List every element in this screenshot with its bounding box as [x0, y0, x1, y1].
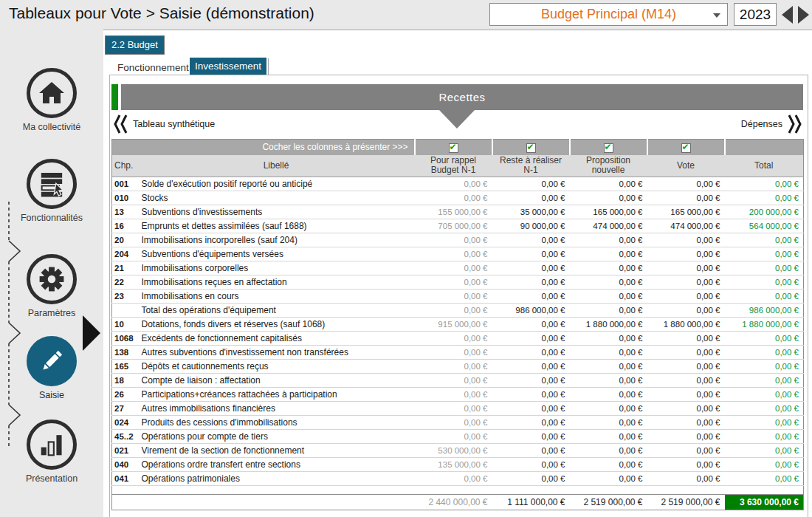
cell-proposition[interactable]: 165 000,00 €	[570, 205, 647, 219]
cell-vote[interactable]: 165 000,00 €	[647, 205, 725, 219]
cell-proposition[interactable]: 0,00 €	[570, 304, 647, 318]
cell-reste[interactable]: 0,00 €	[492, 177, 570, 191]
cell-vote[interactable]: 0,00 €	[647, 472, 725, 486]
cell-vote[interactable]: 0,00 €	[647, 388, 725, 402]
row-chp	[112, 304, 138, 318]
cell-vote[interactable]: 0,00 €	[647, 304, 725, 318]
cell-proposition[interactable]: 0,00 €	[570, 290, 647, 304]
cell-proposition[interactable]: 0,00 €	[570, 261, 647, 275]
cell-proposition[interactable]: 0,00 €	[570, 458, 647, 472]
row-libelle: Immobilisations corporelles	[138, 261, 415, 275]
cell-total: 0,00 €	[725, 233, 804, 247]
cell-vote[interactable]: 0,00 €	[647, 416, 725, 430]
cell-pour-rappel: 0,00 €	[415, 247, 492, 261]
cell-proposition[interactable]: 0,00 €	[570, 191, 647, 205]
checkbox-pour-rappel[interactable]	[449, 143, 458, 153]
cell-total: 0,00 €	[725, 374, 804, 388]
cell-proposition[interactable]: 0,00 €	[570, 247, 647, 261]
tab-2-2-budget[interactable]: 2.2 Budget	[105, 35, 165, 55]
next-year-button[interactable]	[796, 5, 812, 25]
sidebar-item-presentation[interactable]: Présentation	[0, 420, 103, 484]
nav-depenses[interactable]: Dépenses	[741, 114, 802, 134]
cell-pour-rappel: 0,00 €	[415, 374, 492, 388]
row-chp: 138	[112, 346, 138, 360]
cell-reste[interactable]: 0,00 €	[492, 444, 570, 458]
cell-vote[interactable]: 0,00 €	[647, 233, 725, 247]
cell-proposition[interactable]: 0,00 €	[570, 233, 647, 247]
row-chp: 27	[112, 402, 138, 416]
sidebar-item-ma-collectivite[interactable]: Ma collectivité	[0, 68, 103, 132]
section-banner: Recettes	[121, 84, 803, 110]
cell-reste[interactable]: 0,00 €	[492, 374, 570, 388]
cell-proposition[interactable]: 0,00 €	[570, 374, 647, 388]
cell-proposition[interactable]: 0,00 €	[570, 275, 647, 290]
cell-reste[interactable]: 0,00 €	[492, 261, 570, 275]
cell-proposition[interactable]: 0,00 €	[570, 360, 647, 374]
cell-reste[interactable]: 0,00 €	[492, 402, 570, 416]
cell-pour-rappel: 155 000,00 €	[415, 205, 492, 219]
cell-pour-rappel: 0,00 €	[415, 304, 492, 318]
previous-year-button[interactable]	[780, 5, 796, 25]
nav-tableau-synthetique[interactable]: Tableau synthétique	[114, 114, 215, 134]
cell-reste[interactable]: 35 000,00 €	[492, 205, 570, 219]
cell-proposition[interactable]: 0,00 €	[570, 346, 647, 360]
row-chp: 024	[112, 416, 138, 430]
cell-vote[interactable]: 0,00 €	[647, 360, 725, 374]
checkbox-reste-a-realiser[interactable]	[526, 143, 536, 153]
cell-total: 0,00 €	[725, 444, 804, 458]
cell-reste[interactable]: 0,00 €	[492, 275, 570, 290]
cell-reste[interactable]: 0,00 €	[492, 332, 570, 346]
cell-reste[interactable]: 986 000,00 €	[492, 304, 570, 318]
cell-proposition[interactable]: 0,00 €	[570, 444, 647, 458]
cell-vote[interactable]: 0,00 €	[647, 191, 725, 205]
cell-proposition[interactable]: 0,00 €	[570, 332, 647, 346]
cell-vote[interactable]: 0,00 €	[647, 290, 725, 304]
cell-reste[interactable]: 0,00 €	[492, 318, 570, 332]
cell-vote[interactable]: 0,00 €	[647, 261, 725, 275]
checkbox-vote[interactable]	[681, 143, 691, 153]
cell-proposition[interactable]: 474 000,00 €	[570, 219, 647, 233]
cell-vote[interactable]: 0,00 €	[647, 430, 725, 444]
cell-vote[interactable]: 1 880 000,00 €	[647, 318, 725, 332]
cell-reste[interactable]: 0,00 €	[492, 360, 570, 374]
cell-proposition[interactable]: 1 880 000,00 €	[570, 318, 647, 332]
cell-vote[interactable]: 0,00 €	[647, 332, 725, 346]
cell-proposition[interactable]: 0,00 €	[570, 388, 647, 402]
sidebar-item-fonctionnalites[interactable]: Fonctionnalités	[0, 159, 103, 223]
cell-proposition[interactable]: 0,00 €	[570, 416, 647, 430]
cell-total: 0,00 €	[725, 472, 804, 486]
cell-vote[interactable]: 0,00 €	[647, 177, 725, 191]
cell-vote[interactable]: 0,00 €	[647, 346, 725, 360]
budget-table-body: 001Solde d'exécution positif reporté ou …	[112, 177, 804, 486]
sidebar-item-parametres[interactable]: Paramètres	[0, 254, 103, 318]
cell-reste[interactable]: 90 000,00 €	[492, 219, 570, 233]
pencil-icon	[27, 336, 77, 386]
cell-proposition[interactable]: 0,00 €	[570, 402, 647, 416]
cell-vote[interactable]: 0,00 €	[647, 247, 725, 261]
cell-reste[interactable]: 0,00 €	[492, 247, 570, 261]
cell-vote[interactable]: 0,00 €	[647, 402, 725, 416]
cell-vote[interactable]: 0,00 €	[647, 374, 725, 388]
row-chp: 010	[112, 191, 138, 205]
cell-reste[interactable]: 0,00 €	[492, 472, 570, 486]
tab-fonctionnement[interactable]: Fonctionnement	[114, 60, 192, 75]
cell-vote[interactable]: 0,00 €	[647, 444, 725, 458]
cell-vote[interactable]: 0,00 €	[647, 458, 725, 472]
cell-proposition[interactable]: 0,00 €	[570, 472, 647, 486]
cell-reste[interactable]: 0,00 €	[492, 191, 570, 205]
cell-reste[interactable]: 0,00 €	[492, 430, 570, 444]
cell-proposition[interactable]: 0,00 €	[570, 430, 647, 444]
budget-selector[interactable]: Budget Principal (M14)	[489, 3, 728, 26]
tab-investissement[interactable]: Investissement	[190, 58, 266, 75]
cell-vote[interactable]: 474 000,00 €	[647, 219, 725, 233]
row-libelle: Total des opérations d'équipement	[138, 304, 415, 318]
checkbox-proposition[interactable]	[604, 143, 613, 153]
cell-reste[interactable]: 0,00 €	[492, 233, 570, 247]
cell-vote[interactable]: 0,00 €	[647, 275, 725, 290]
cell-reste[interactable]: 0,00 €	[492, 388, 570, 402]
cell-reste[interactable]: 0,00 €	[492, 416, 570, 430]
cell-reste[interactable]: 0,00 €	[492, 346, 570, 360]
cell-reste[interactable]: 0,00 €	[492, 290, 570, 304]
cell-reste[interactable]: 0,00 €	[492, 458, 570, 472]
cell-proposition[interactable]: 0,00 €	[570, 177, 647, 191]
